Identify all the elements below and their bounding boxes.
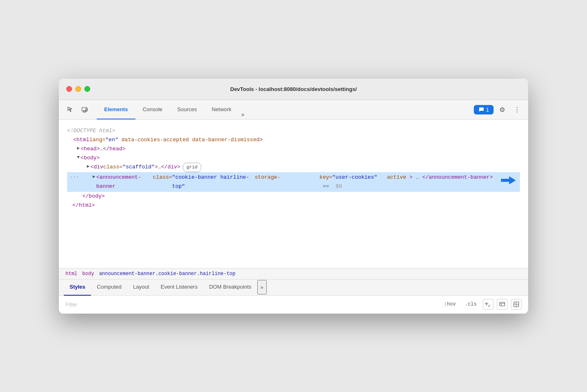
head-line: <head> … </head>	[67, 145, 520, 154]
filter-buttons: :hov .cls + ↙	[441, 299, 522, 310]
tab-styles[interactable]: Styles	[64, 279, 91, 296]
devtools-window: DevTools - localhost:8080/docs/devtools/…	[59, 79, 528, 314]
svg-rect-11	[514, 302, 516, 304]
breadcrumb-body[interactable]: body	[82, 271, 94, 277]
lower-tabs: Styles Computed Layout Event Listeners D…	[59, 279, 528, 296]
breadcrumb-selector[interactable]: announcement-banner.cookie-banner.hairli…	[99, 271, 235, 277]
main-toolbar: Elements Console Sources Network » 1	[59, 100, 528, 120]
layout-icon	[513, 301, 519, 307]
breadcrumb-bar: html body announcement-banner.cookie-ban…	[59, 268, 528, 279]
filter-bar: Filter :hov .cls + ↙	[59, 296, 528, 314]
lower-more-tabs-button[interactable]: »	[257, 280, 267, 294]
device-toggle-button[interactable]	[78, 103, 91, 116]
svg-rect-0	[82, 107, 87, 111]
palette-icon	[499, 301, 505, 307]
toolbar-icons	[64, 103, 91, 116]
svg-marker-4	[501, 176, 516, 184]
notification-badge[interactable]: 1	[474, 105, 494, 114]
announcement-banner-line[interactable]: ··· <announcement-banner class="cookie-b…	[67, 172, 520, 192]
html-close-line: </html>	[67, 201, 520, 210]
element-state-button[interactable]	[497, 299, 508, 310]
computed-styles-button[interactable]	[511, 299, 522, 310]
tab-dom-breakpoints[interactable]: DOM Breakpoints	[203, 279, 257, 296]
tab-network[interactable]: Network	[204, 100, 239, 119]
html-open-line: <html lang="en" data-cookies-accepted da…	[67, 135, 520, 145]
filter-placeholder: Filter	[65, 301, 441, 308]
grid-badge[interactable]: grid	[183, 163, 201, 172]
window-title: DevTools - localhost:8080/docs/devtools/…	[230, 86, 357, 92]
more-options-button[interactable]: ⋮	[511, 103, 523, 116]
div-scaffold-line: <div class="scaffold" > … </div> grid	[67, 163, 520, 172]
maximize-button[interactable]	[84, 86, 90, 92]
tab-sources[interactable]: Sources	[170, 100, 205, 119]
minimize-button[interactable]	[75, 86, 81, 92]
settings-button[interactable]: ⚙	[496, 103, 508, 116]
tab-console[interactable]: Console	[135, 100, 170, 119]
body-close-line: </body>	[67, 192, 520, 201]
body-open-line: <body>	[67, 154, 520, 163]
tab-event-listeners[interactable]: Event Listeners	[155, 279, 203, 296]
toolbar-right: 1 ⚙ ⋮	[474, 103, 523, 116]
close-button[interactable]	[66, 86, 72, 92]
inspect-element-button[interactable]	[64, 103, 77, 116]
dots-indicator: ···	[70, 173, 79, 182]
tab-layout[interactable]: Layout	[127, 279, 155, 296]
more-tabs-button[interactable]: »	[239, 110, 247, 119]
chat-icon	[478, 107, 484, 112]
doctype-line: <!DOCTYPE html>	[67, 126, 520, 135]
cls-button[interactable]: .cls	[462, 300, 480, 309]
titlebar: DevTools - localhost:8080/docs/devtools/…	[59, 79, 528, 100]
main-tabs: Elements Console Sources Network »	[97, 100, 472, 119]
dom-panel: <!DOCTYPE html> <html lang="en" data-coo…	[59, 120, 528, 268]
breadcrumb-html[interactable]: html	[65, 271, 77, 277]
selected-element-arrow	[501, 175, 516, 189]
tab-computed[interactable]: Computed	[91, 279, 127, 296]
traffic-lights	[66, 86, 90, 92]
add-style-rule-button[interactable]: + ↙	[483, 299, 494, 310]
svg-rect-5	[500, 302, 505, 306]
devtools-body: <!DOCTYPE html> <html lang="en" data-coo…	[59, 120, 528, 314]
tab-elements[interactable]: Elements	[97, 100, 135, 119]
hov-button[interactable]: :hov	[441, 300, 459, 309]
